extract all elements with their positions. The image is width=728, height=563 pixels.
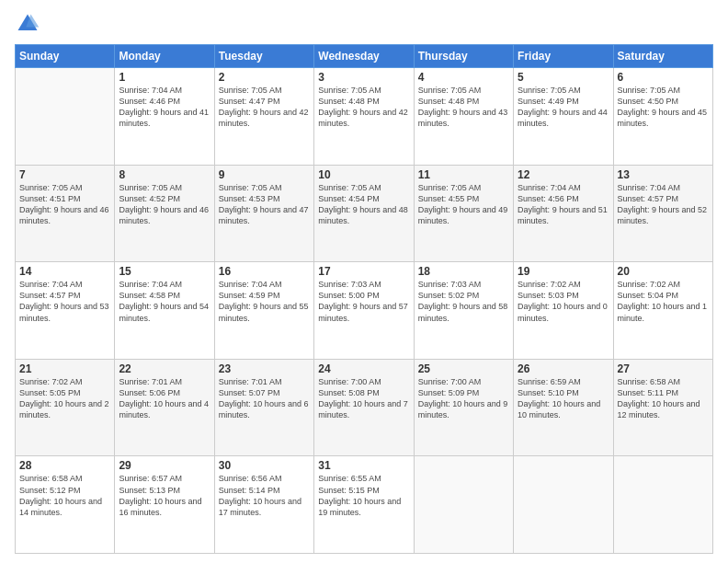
calendar-week-row: 7Sunrise: 7:05 AMSunset: 4:51 PMDaylight… [16, 165, 713, 262]
calendar-cell: 28Sunrise: 6:58 AMSunset: 5:12 PMDayligh… [16, 456, 115, 554]
weekday-header: Monday [115, 45, 214, 68]
day-number: 9 [219, 168, 310, 181]
calendar-cell: 31Sunrise: 6:55 AMSunset: 5:15 PMDayligh… [314, 456, 414, 554]
calendar-cell: 16Sunrise: 7:04 AMSunset: 4:59 PMDayligh… [214, 262, 313, 360]
calendar-week-row: 14Sunrise: 7:04 AMSunset: 4:57 PMDayligh… [16, 262, 713, 360]
day-info: Sunrise: 6:58 AMSunset: 5:12 PMDaylight:… [19, 473, 110, 518]
calendar-cell: 30Sunrise: 6:56 AMSunset: 5:14 PMDayligh… [214, 456, 313, 554]
weekday-header: Sunday [16, 45, 115, 68]
day-number: 2 [219, 71, 310, 84]
day-number: 23 [219, 362, 310, 375]
day-number: 8 [119, 168, 210, 181]
calendar-week-row: 21Sunrise: 7:02 AMSunset: 5:05 PMDayligh… [16, 359, 713, 456]
day-info: Sunrise: 7:05 AMSunset: 4:53 PMDaylight:… [219, 182, 310, 227]
calendar-cell: 23Sunrise: 7:01 AMSunset: 5:07 PMDayligh… [214, 359, 313, 456]
calendar-header-row: SundayMondayTuesdayWednesdayThursdayFrid… [16, 45, 713, 68]
calendar-cell: 1Sunrise: 7:04 AMSunset: 4:46 PMDaylight… [115, 68, 214, 166]
calendar-cell: 18Sunrise: 7:03 AMSunset: 5:02 PMDayligh… [414, 262, 513, 360]
day-info: Sunrise: 7:01 AMSunset: 5:07 PMDaylight:… [219, 376, 310, 421]
calendar-cell: 25Sunrise: 7:00 AMSunset: 5:09 PMDayligh… [414, 359, 513, 456]
day-info: Sunrise: 7:03 AMSunset: 5:00 PMDaylight:… [318, 279, 409, 324]
day-number: 6 [618, 71, 709, 84]
calendar-cell: 9Sunrise: 7:05 AMSunset: 4:53 PMDaylight… [214, 165, 313, 262]
day-number: 27 [618, 362, 709, 375]
calendar-cell: 20Sunrise: 7:02 AMSunset: 5:04 PMDayligh… [613, 262, 712, 360]
day-info: Sunrise: 7:05 AMSunset: 4:52 PMDaylight:… [119, 182, 210, 227]
calendar-cell: 10Sunrise: 7:05 AMSunset: 4:54 PMDayligh… [314, 165, 414, 262]
day-number: 12 [518, 168, 609, 181]
day-number: 24 [318, 362, 409, 375]
day-number: 1 [119, 71, 210, 84]
day-number: 17 [318, 265, 409, 278]
weekday-header: Friday [514, 45, 613, 68]
day-number: 21 [19, 362, 110, 375]
calendar-cell: 22Sunrise: 7:01 AMSunset: 5:06 PMDayligh… [115, 359, 214, 456]
day-info: Sunrise: 7:04 AMSunset: 4:59 PMDaylight:… [219, 279, 310, 324]
calendar-cell: 14Sunrise: 7:04 AMSunset: 4:57 PMDayligh… [16, 262, 115, 360]
calendar-cell [514, 456, 613, 554]
day-number: 19 [518, 265, 609, 278]
weekday-header: Saturday [613, 45, 712, 68]
day-info: Sunrise: 7:05 AMSunset: 4:48 PMDaylight:… [418, 85, 509, 130]
day-number: 4 [418, 71, 509, 84]
weekday-header: Wednesday [314, 45, 414, 68]
day-number: 11 [418, 168, 509, 181]
day-info: Sunrise: 7:05 AMSunset: 4:49 PMDaylight:… [518, 85, 609, 130]
day-info: Sunrise: 7:04 AMSunset: 4:56 PMDaylight:… [518, 182, 609, 227]
calendar-cell: 11Sunrise: 7:05 AMSunset: 4:55 PMDayligh… [414, 165, 513, 262]
day-info: Sunrise: 7:05 AMSunset: 4:54 PMDaylight:… [318, 182, 409, 227]
calendar-cell: 24Sunrise: 7:00 AMSunset: 5:08 PMDayligh… [314, 359, 414, 456]
day-info: Sunrise: 7:04 AMSunset: 4:57 PMDaylight:… [19, 279, 110, 324]
day-info: Sunrise: 7:00 AMSunset: 5:09 PMDaylight:… [418, 376, 509, 421]
day-info: Sunrise: 7:05 AMSunset: 4:48 PMDaylight:… [318, 85, 409, 130]
day-number: 16 [219, 265, 310, 278]
calendar-cell: 19Sunrise: 7:02 AMSunset: 5:03 PMDayligh… [514, 262, 613, 360]
day-info: Sunrise: 7:05 AMSunset: 4:50 PMDaylight:… [618, 85, 709, 130]
calendar-cell: 7Sunrise: 7:05 AMSunset: 4:51 PMDaylight… [16, 165, 115, 262]
calendar-cell: 21Sunrise: 7:02 AMSunset: 5:05 PMDayligh… [16, 359, 115, 456]
day-info: Sunrise: 6:56 AMSunset: 5:14 PMDaylight:… [219, 473, 310, 518]
day-info: Sunrise: 7:01 AMSunset: 5:06 PMDaylight:… [119, 376, 210, 421]
day-number: 22 [119, 362, 210, 375]
logo [15, 11, 44, 37]
calendar-cell: 8Sunrise: 7:05 AMSunset: 4:52 PMDaylight… [115, 165, 214, 262]
calendar-cell: 17Sunrise: 7:03 AMSunset: 5:00 PMDayligh… [314, 262, 414, 360]
day-number: 7 [19, 168, 110, 181]
logo-icon [15, 11, 40, 37]
page: SundayMondayTuesdayWednesdayThursdayFrid… [0, 0, 728, 563]
day-info: Sunrise: 7:03 AMSunset: 5:02 PMDaylight:… [418, 279, 509, 324]
day-info: Sunrise: 7:00 AMSunset: 5:08 PMDaylight:… [318, 376, 409, 421]
calendar-cell: 12Sunrise: 7:04 AMSunset: 4:56 PMDayligh… [514, 165, 613, 262]
day-info: Sunrise: 6:59 AMSunset: 5:10 PMDaylight:… [518, 376, 609, 421]
calendar: SundayMondayTuesdayWednesdayThursdayFrid… [15, 44, 713, 554]
day-info: Sunrise: 7:02 AMSunset: 5:05 PMDaylight:… [19, 376, 110, 421]
day-info: Sunrise: 7:02 AMSunset: 5:03 PMDaylight:… [518, 279, 609, 324]
day-info: Sunrise: 6:58 AMSunset: 5:11 PMDaylight:… [618, 376, 709, 421]
day-number: 13 [618, 168, 709, 181]
calendar-cell: 5Sunrise: 7:05 AMSunset: 4:49 PMDaylight… [514, 68, 613, 166]
day-number: 18 [418, 265, 509, 278]
weekday-header: Tuesday [214, 45, 313, 68]
day-info: Sunrise: 7:05 AMSunset: 4:47 PMDaylight:… [219, 85, 310, 130]
day-info: Sunrise: 6:55 AMSunset: 5:15 PMDaylight:… [318, 473, 409, 518]
calendar-cell: 26Sunrise: 6:59 AMSunset: 5:10 PMDayligh… [514, 359, 613, 456]
day-info: Sunrise: 7:05 AMSunset: 4:55 PMDaylight:… [418, 182, 509, 227]
calendar-cell: 27Sunrise: 6:58 AMSunset: 5:11 PMDayligh… [613, 359, 712, 456]
calendar-cell: 3Sunrise: 7:05 AMSunset: 4:48 PMDaylight… [314, 68, 414, 166]
day-info: Sunrise: 7:04 AMSunset: 4:46 PMDaylight:… [119, 85, 210, 130]
calendar-cell: 15Sunrise: 7:04 AMSunset: 4:58 PMDayligh… [115, 262, 214, 360]
weekday-header: Thursday [414, 45, 513, 68]
day-info: Sunrise: 6:57 AMSunset: 5:13 PMDaylight:… [119, 473, 210, 518]
day-info: Sunrise: 7:02 AMSunset: 5:04 PMDaylight:… [618, 279, 709, 324]
day-number: 30 [219, 459, 310, 472]
day-number: 14 [19, 265, 110, 278]
header [15, 11, 713, 37]
day-number: 25 [418, 362, 509, 375]
day-info: Sunrise: 7:05 AMSunset: 4:51 PMDaylight:… [19, 182, 110, 227]
calendar-cell: 13Sunrise: 7:04 AMSunset: 4:57 PMDayligh… [613, 165, 712, 262]
calendar-cell [414, 456, 513, 554]
day-number: 29 [119, 459, 210, 472]
calendar-week-row: 1Sunrise: 7:04 AMSunset: 4:46 PMDaylight… [16, 68, 713, 166]
day-number: 20 [618, 265, 709, 278]
day-number: 10 [318, 168, 409, 181]
